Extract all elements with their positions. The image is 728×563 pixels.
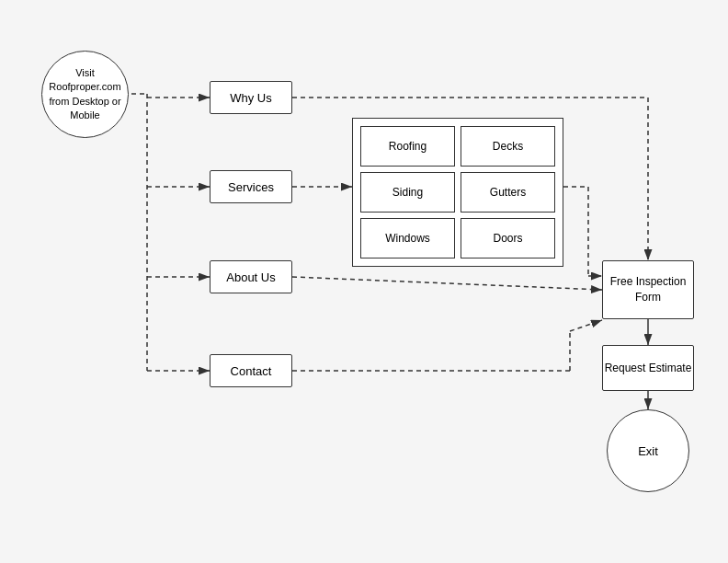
contact-label: Contact <box>231 364 272 378</box>
services-node: Services <box>210 170 292 203</box>
services-subgrid: Roofing Decks Siding Gutters Windows Doo… <box>352 118 563 267</box>
start-node: Visit Roofproper.com from Desktop or Mob… <box>41 51 129 138</box>
subgrid-decks: Decks <box>461 126 555 167</box>
subgrid-roofing: Roofing <box>360 126 455 167</box>
free-inspection-label: Free Inspection Form <box>603 274 693 305</box>
exit-node: Exit <box>607 409 689 492</box>
subgrid-siding: Siding <box>360 172 455 213</box>
subgrid-doors: Doors <box>461 218 555 259</box>
free-inspection-node: Free Inspection Form <box>602 260 694 319</box>
subgrid-windows: Windows <box>360 218 455 259</box>
diagram: Visit Roofproper.com from Desktop or Mob… <box>0 0 728 563</box>
why-us-node: Why Us <box>210 81 292 114</box>
request-estimate-node: Request Estimate <box>602 345 694 391</box>
services-label: Services <box>228 180 274 194</box>
svg-line-16 <box>570 320 602 331</box>
request-estimate-label: Request Estimate <box>605 361 692 376</box>
contact-node: Contact <box>210 354 292 387</box>
about-us-node: About Us <box>210 260 292 293</box>
why-us-label: Why Us <box>230 91 272 105</box>
about-us-label: About Us <box>226 270 275 284</box>
subgrid-gutters: Gutters <box>461 172 555 213</box>
start-label: Visit Roofproper.com from Desktop or Mob… <box>42 66 128 123</box>
exit-label: Exit <box>638 444 658 458</box>
svg-line-13 <box>292 277 602 290</box>
